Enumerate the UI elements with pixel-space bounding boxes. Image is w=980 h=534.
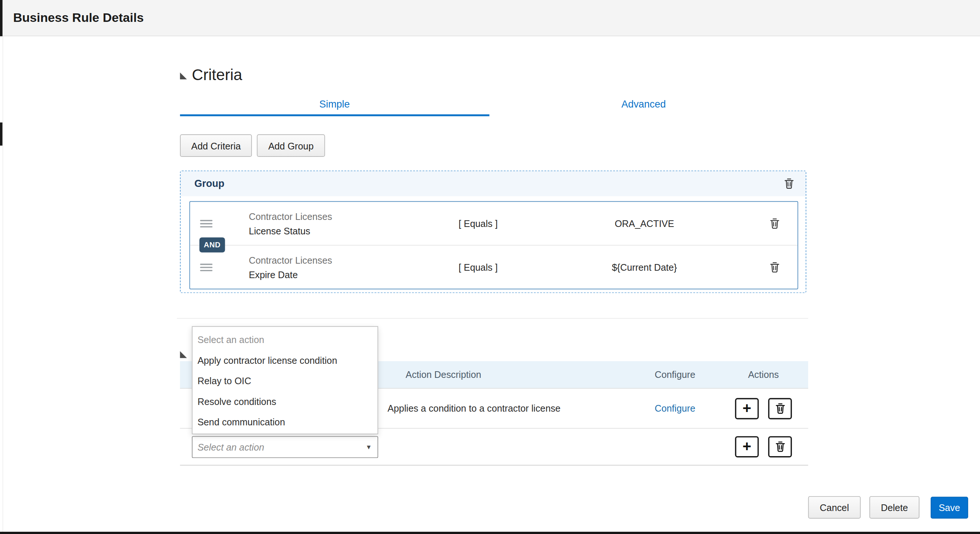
group-header: Group: [181, 171, 806, 196]
criteria-operator: [ Equals ]: [458, 262, 498, 273]
criteria-field-label: Contractor Licenses Expire Date: [249, 253, 419, 282]
criteria-field-label: Contractor Licenses License Status: [249, 209, 419, 238]
left-scrollbar-thumb[interactable]: [0, 122, 3, 145]
add-group-button[interactable]: Add Group: [257, 134, 325, 157]
drag-handle-icon[interactable]: [200, 219, 248, 228]
add-action-button[interactable]: +: [735, 398, 759, 419]
plus-icon: +: [743, 400, 751, 415]
action-select[interactable]: Select an action ▾: [192, 436, 378, 458]
column-header-actions: Actions: [719, 369, 808, 380]
drag-handle-icon[interactable]: [200, 263, 248, 272]
delete-action-button[interactable]: [768, 398, 792, 419]
collapse-triangle-icon[interactable]: [180, 72, 187, 79]
cancel-button[interactable]: Cancel: [808, 496, 861, 519]
dropdown-option[interactable]: Relay to OIC: [192, 370, 378, 391]
criteria-row: Contractor Licenses License Status [ Equ…: [190, 202, 797, 245]
row-action-buttons: +: [719, 436, 808, 457]
criteria-group: Group Contractor Licenses License Status…: [180, 170, 806, 293]
delete-criteria-button[interactable]: [768, 216, 781, 230]
criteria-value: ${Current Date}: [612, 262, 677, 273]
criteria-section-header: Criteria: [180, 66, 242, 84]
tab-simple[interactable]: Simple: [180, 94, 489, 116]
criteria-value: ORA_ACTIVE: [615, 218, 674, 229]
dropdown-option-placeholder[interactable]: Select an action: [192, 329, 378, 350]
dropdown-option[interactable]: Resolve conditions: [192, 391, 378, 412]
trash-icon: [784, 178, 794, 189]
tab-advanced[interactable]: Advanced: [489, 94, 798, 116]
content-left-border: [3, 37, 3, 532]
trash-icon: [770, 218, 779, 229]
criteria-rows-box: Contractor Licenses License Status [ Equ…: [189, 201, 798, 289]
criteria-title: Criteria: [192, 66, 242, 84]
add-action-button[interactable]: +: [735, 436, 759, 457]
page-title: Business Rule Details: [13, 11, 143, 25]
trash-icon: [775, 403, 784, 414]
and-operator-badge[interactable]: AND: [200, 237, 225, 252]
delete-button[interactable]: Delete: [869, 496, 920, 519]
section-divider: [177, 318, 808, 319]
delete-criteria-button[interactable]: [768, 259, 781, 275]
trash-icon: [770, 261, 779, 273]
footer-actions: Cancel Delete Save: [808, 496, 968, 519]
criteria-row: Contractor Licenses Expire Date [ Equals…: [190, 245, 797, 289]
delete-action-button[interactable]: [768, 436, 792, 457]
actions-section-header: [180, 340, 187, 351]
column-header-configure: Configure: [631, 369, 719, 380]
plus-icon: +: [743, 439, 751, 453]
criteria-tabs: Simple Advanced: [180, 94, 798, 116]
column-header-description: Action Description: [378, 369, 631, 380]
add-criteria-button[interactable]: Add Criteria: [180, 134, 252, 157]
trash-icon: [775, 441, 784, 453]
action-select-dropdown: Select an action Apply contractor licens…: [192, 326, 378, 435]
action-description: Applies a condition to a contractor lice…: [378, 403, 631, 414]
window-bottom-edge: [0, 532, 980, 534]
action-select-cell: Select an action ▾: [180, 436, 378, 458]
chevron-down-icon: ▾: [367, 442, 371, 451]
dropdown-option[interactable]: Apply contractor license condition: [192, 350, 378, 371]
select-placeholder: Select an action: [197, 441, 264, 452]
window-left-edge: [0, 0, 3, 37]
configure-link[interactable]: Configure: [655, 403, 695, 414]
criteria-toolbar: Add Criteria Add Group: [180, 134, 325, 157]
row-action-buttons: +: [719, 398, 808, 419]
collapse-triangle-icon[interactable]: [180, 340, 187, 358]
delete-group-button[interactable]: [783, 176, 795, 191]
group-title: Group: [194, 178, 783, 189]
criteria-operator: [ Equals ]: [458, 218, 498, 229]
page-header: Business Rule Details: [0, 0, 980, 37]
business-rule-details-page: Business Rule Details Criteria Simple Ad…: [0, 0, 980, 534]
dropdown-option[interactable]: Send communication: [192, 412, 378, 432]
save-button[interactable]: Save: [931, 497, 968, 518]
